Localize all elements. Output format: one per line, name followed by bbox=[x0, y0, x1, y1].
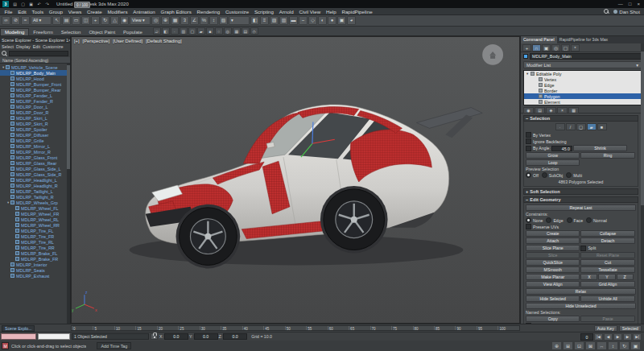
selection-option[interactable]: Preview Selection bbox=[526, 167, 636, 171]
edge-mode-icon[interactable]: / bbox=[566, 123, 576, 130]
scene-explorer-item[interactable]: MDLRP_Bumper_Front bbox=[0, 81, 70, 87]
edit-geometry-control[interactable]: Split bbox=[580, 246, 634, 251]
maximize-button[interactable]: □ bbox=[629, 2, 632, 6]
scene-explorer-item[interactable]: MDLRP_Body_Main bbox=[0, 70, 70, 76]
scene-explorer-item[interactable]: MDLRP_Wheel_FR bbox=[0, 211, 70, 217]
scene-explorer-item[interactable]: MDLRP_Bumper_Rear bbox=[0, 87, 70, 93]
signin-user[interactable]: Dan Shot bbox=[613, 9, 640, 14]
modifier-stack-row[interactable]: Element bbox=[524, 99, 641, 105]
edit-geometry-control[interactable]: Reset Plane bbox=[580, 252, 634, 258]
scene-explorer-item[interactable]: MDLRP_Headlight_R bbox=[0, 183, 70, 188]
selection-option[interactable]: 45.0 bbox=[551, 146, 572, 151]
scene-explorer-item[interactable]: MDLRP_Hood bbox=[0, 76, 70, 81]
toggle-ribbon-icon[interactable]: ▬ bbox=[289, 16, 298, 25]
undo-icon[interactable]: ↶ bbox=[35, 1, 43, 8]
schematic-view-icon[interactable]: ◇ bbox=[308, 16, 317, 25]
menu-item[interactable]: Arnold bbox=[276, 9, 296, 14]
scene-explorer-dock-tab[interactable]: Scene Explo... bbox=[2, 325, 35, 332]
selection-option[interactable]: By Angle: bbox=[526, 146, 551, 151]
scene-explorer-item[interactable]: MDLRP_Glass_Side_L bbox=[0, 166, 70, 171]
scene-explorer-item[interactable]: MDLRP_Taillight_L bbox=[0, 188, 70, 194]
scene-explorer-item[interactable]: MDLRP_Glass_Side_R bbox=[0, 171, 70, 177]
scene-explorer-scrollbar[interactable] bbox=[67, 64, 70, 324]
pin-stack-icon[interactable]: ◉ bbox=[523, 107, 534, 114]
new-scene-icon[interactable]: ▤ bbox=[11, 1, 19, 8]
open-file-icon[interactable]: ▢ bbox=[19, 1, 27, 8]
selection-option[interactable]: Off bbox=[526, 172, 539, 178]
rear-wheel[interactable] bbox=[324, 189, 385, 250]
menu-item[interactable]: Tools bbox=[29, 9, 46, 14]
current-frame-field[interactable]: 0 bbox=[580, 333, 593, 341]
scene-explorer-item[interactable]: MDLRP_Glass_Rear bbox=[0, 160, 70, 166]
utilities-tab-icon[interactable]: * bbox=[571, 44, 580, 52]
menu-item[interactable]: Modifiers bbox=[105, 9, 130, 14]
edge-tool-icon[interactable]: ▥ bbox=[180, 27, 188, 35]
go-to-start-icon[interactable]: |◀ bbox=[594, 333, 603, 341]
select-and-link-icon[interactable]: ∞ bbox=[2, 16, 10, 25]
scene-explorer-item[interactable]: MDLRP_Wheel_RL bbox=[0, 217, 70, 222]
select-object-icon[interactable]: ↖ bbox=[52, 16, 61, 25]
modifier-stack-row[interactable]: Edge bbox=[524, 82, 641, 88]
bind-to-space-warp-icon[interactable]: ≈ bbox=[21, 16, 30, 25]
edit-geometry-control[interactable]: Repeat Last bbox=[526, 204, 636, 211]
polygon-tool-icon[interactable]: ▰ bbox=[197, 27, 205, 35]
redo-icon[interactable]: ↷ bbox=[43, 1, 51, 8]
command-panel-tab[interactable]: RapidPipeline for 3ds Max bbox=[557, 36, 611, 43]
viewport-label-menu[interactable]: [Perspective] bbox=[83, 39, 110, 43]
z-coord-field[interactable]: 0.0 bbox=[223, 333, 247, 340]
scene-explorer-item[interactable]: MDLRP_Grille bbox=[0, 138, 70, 143]
scene-explorer-column-header[interactable]: Name (Sorted Ascending) bbox=[0, 57, 70, 64]
ribbon-tab[interactable]: Populate bbox=[119, 29, 147, 35]
keyboard-shortcut-override-icon[interactable]: ▦ bbox=[171, 16, 180, 25]
edit-geometry-control[interactable]: Constraints: bbox=[526, 212, 636, 217]
timeline-ruler[interactable]: 0510152025303540455055606570758085909510… bbox=[71, 325, 520, 331]
scene-explorer-item[interactable]: MDLRP_Wheel_RR bbox=[0, 222, 70, 228]
maxscript-mini-listener[interactable] bbox=[38, 333, 70, 340]
modifier-stack-row[interactable]: Polygon bbox=[524, 93, 641, 99]
symmetry-tool-icon[interactable]: ◇ bbox=[250, 27, 258, 35]
menu-item[interactable]: Civil View bbox=[296, 9, 324, 14]
scene-explorer-item[interactable]: MDLRP_Diffuser bbox=[0, 132, 70, 138]
time-slider[interactable]: 0 / 100 bbox=[74, 2, 90, 8]
toggle-scene-explorer-icon[interactable]: ▨ bbox=[270, 16, 279, 25]
edit-geometry-control[interactable]: Relax bbox=[526, 288, 636, 295]
create-tab-icon[interactable]: + bbox=[522, 44, 531, 52]
edit-geometry-control[interactable]: Edge bbox=[546, 217, 563, 223]
scene-explorer-item[interactable]: MDLRP_Mirror_R bbox=[0, 149, 70, 155]
ring-tool-icon[interactable]: ◎ bbox=[224, 27, 232, 35]
rendered-frame-window-icon[interactable]: ▣ bbox=[337, 16, 346, 25]
edit-geometry-control[interactable]: Normal bbox=[586, 217, 607, 223]
motion-tab-icon[interactable]: ◎ bbox=[551, 44, 560, 52]
edit-geometry-control[interactable]: Create bbox=[526, 230, 580, 237]
search-icon[interactable] bbox=[604, 9, 609, 14]
edit-geometry-control[interactable]: Z bbox=[617, 274, 634, 280]
select-and-move-icon[interactable]: + bbox=[91, 16, 100, 25]
remove-modifier-icon[interactable]: × bbox=[557, 107, 568, 114]
selection-option[interactable]: Multi bbox=[566, 172, 582, 178]
edit-geometry-control[interactable]: Collapse bbox=[580, 230, 634, 237]
align-icon[interactable]: ≡ bbox=[260, 16, 269, 25]
edit-geometry-control[interactable]: Y bbox=[598, 274, 615, 280]
vertex-tool-icon[interactable]: ∙ bbox=[171, 27, 179, 35]
scene-explorer-search-input[interactable] bbox=[9, 51, 68, 56]
view-cube[interactable] bbox=[482, 44, 503, 65]
walk-through-icon[interactable]: ↕ bbox=[608, 341, 618, 350]
polygon-modeling-panel-icon[interactable]: ▱ bbox=[153, 27, 161, 35]
minimize-button[interactable]: — bbox=[618, 2, 623, 6]
modifier-stack-row[interactable]: ▾ Editable Poly bbox=[524, 71, 641, 76]
menu-item[interactable]: Graph Editors bbox=[158, 9, 194, 14]
scene-explorer-item[interactable]: MDLRP_Brake_FR bbox=[0, 256, 70, 262]
zoom-extents-icon[interactable]: ⊡ bbox=[574, 341, 584, 350]
menu-item[interactable]: Edit bbox=[15, 9, 29, 14]
hierarchy-tab-icon[interactable]: ▣ bbox=[542, 44, 551, 52]
angle-snap-icon[interactable]: ∠ bbox=[190, 16, 199, 25]
scene-explorer-item[interactable]: MDLRP_Wheel_FL bbox=[0, 205, 70, 211]
menu-item[interactable]: Customize bbox=[222, 9, 251, 14]
selection-option[interactable]: Shrink bbox=[573, 145, 627, 151]
selection-option[interactable]: By Vertex bbox=[526, 132, 636, 138]
edit-geometry-control[interactable]: Detach bbox=[580, 237, 634, 244]
reference-coordinate-dropdown[interactable]: View ▾ bbox=[130, 16, 151, 25]
menu-item[interactable]: Create bbox=[85, 9, 105, 14]
spinner-snap-icon[interactable]: ↕ bbox=[209, 16, 218, 25]
scene-explorer-menu-item[interactable]: Edit bbox=[33, 44, 40, 49]
